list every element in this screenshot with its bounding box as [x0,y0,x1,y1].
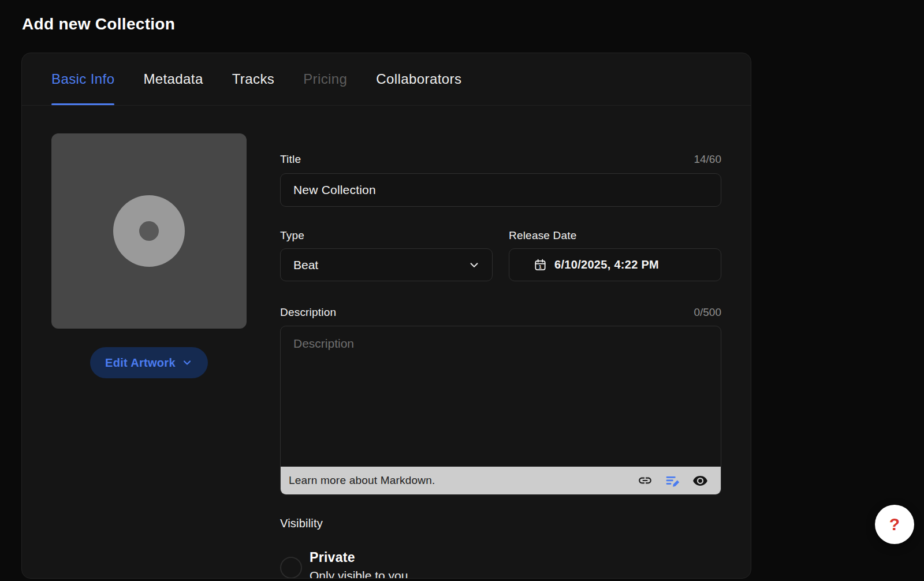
edit-artwork-label: Edit Artwork [105,356,176,370]
private-radio[interactable] [280,557,302,579]
add-collection-panel: Basic Info Metadata Tracks Pricing Colla… [21,53,751,579]
visibility-option-private: Private Only visible to you [280,549,721,579]
title-label: Title [280,154,301,165]
markdown-toolbar: Learn more about Markdown. [281,467,721,494]
visibility-label: Visibility [280,517,721,530]
disc-hole [139,221,159,241]
basic-info-content: Edit Artwork Title 14/60 Type Beat [22,106,751,579]
release-date-value: 6/10/2025, 4:22 PM [554,258,659,271]
tab-bar: Basic Info Metadata Tracks Pricing Colla… [22,53,751,106]
artwork-preview[interactable] [51,133,247,329]
description-label: Description [280,307,336,318]
calendar-icon: 1 [534,258,547,271]
chevron-down-icon [468,259,480,271]
question-mark-icon: ? [889,515,900,534]
private-option-label: Private [310,549,408,566]
eye-icon[interactable] [692,473,708,489]
description-textarea[interactable] [281,326,721,467]
release-date-button[interactable]: 1 6/10/2025, 4:22 PM [509,248,721,281]
artwork-column: Edit Artwork [51,133,247,579]
title-char-counter: 14/60 [694,154,721,165]
svg-text:1: 1 [539,264,542,270]
tab-metadata[interactable]: Metadata [143,53,203,105]
disc-icon [113,195,185,267]
type-selected-value: Beat [293,258,318,272]
tab-pricing: Pricing [303,53,347,105]
private-option-description: Only visible to you [310,568,408,579]
type-select[interactable]: Beat [280,248,493,281]
release-date-label: Release Date [509,230,577,241]
tab-basic-info[interactable]: Basic Info [51,53,114,105]
form-column: Title 14/60 Type Beat [280,133,721,579]
edit-artwork-button[interactable]: Edit Artwork [90,347,208,378]
tab-collaborators[interactable]: Collaborators [376,53,461,105]
markdown-learn-more-link[interactable]: Learn more about Markdown. [289,474,435,487]
type-label: Type [280,230,304,241]
description-editor: Learn more about Markdown. [280,326,721,495]
tab-tracks[interactable]: Tracks [232,53,275,105]
link-icon[interactable] [637,473,653,489]
help-button[interactable]: ? [875,505,914,544]
title-input[interactable] [280,173,721,207]
chevron-down-icon [181,357,193,368]
markdown-edit-icon[interactable] [665,473,680,489]
description-char-counter: 0/500 [694,307,721,318]
page-title: Add new Collection [22,15,175,33]
